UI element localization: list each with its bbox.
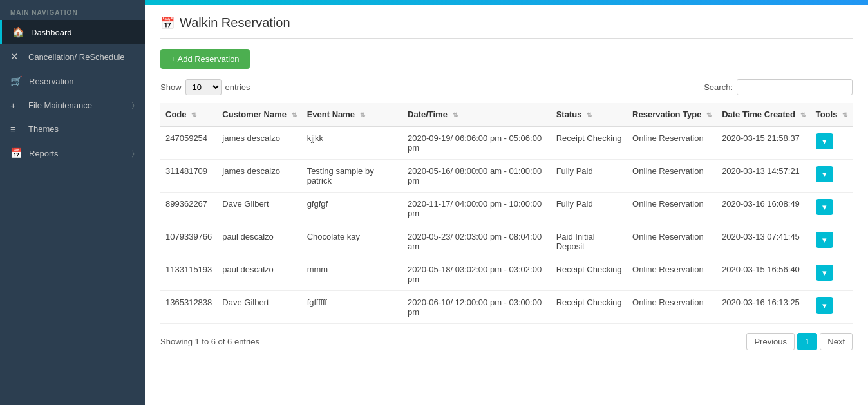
chevron-right-icon: 〉 — [132, 149, 135, 158]
cell-datetime-created: 2020-03-15 16:56:40 — [717, 258, 811, 291]
table-row: 1079339766 paul descalzo Chocolate kay 2… — [160, 225, 853, 258]
cell-event-name: mmm — [302, 258, 402, 291]
cell-reservation-type: Online Reservation — [627, 291, 717, 324]
col-status: Status ⇅ — [551, 103, 627, 126]
sidebar-item-reservation[interactable]: 🛒 Reservation — [0, 69, 145, 93]
cell-customer-name: james descalzo — [217, 126, 301, 160]
showing-text: Showing 1 to 6 of 6 entries — [160, 337, 259, 346]
previous-button[interactable]: Previous — [746, 333, 795, 350]
col-code: Code ⇅ — [160, 103, 217, 126]
cell-code: 1079339766 — [160, 225, 217, 258]
cell-tools: ▾ — [811, 126, 853, 160]
table-header-row: Code ⇅ Customer Name ⇅ Event Name ⇅ Date… — [160, 103, 853, 126]
table-row: 899362267 Dave Gilbert gfgfgf 2020-11-17… — [160, 193, 853, 225]
cell-customer-name: paul descalzo — [217, 258, 301, 291]
sidebar-item-dashboard[interactable]: 🏠 Dashboard — [0, 20, 145, 44]
sort-icon: ⇅ — [842, 111, 847, 118]
main-area: 📅 Walkin Reservation + Add Reservation S… — [145, 0, 868, 405]
show-entries-control: Show 10 25 50 100 entries — [160, 79, 250, 95]
cell-reservation-type: Online Reservation — [627, 258, 717, 291]
cell-status: Receipt Checking — [551, 258, 627, 291]
reservations-table: Code ⇅ Customer Name ⇅ Event Name ⇅ Date… — [160, 103, 853, 324]
cell-datetime: 2020-05-23/ 02:03:00 pm - 08:04:00 am — [402, 225, 551, 258]
cell-reservation-type: Online Reservation — [627, 193, 717, 225]
content-area: 📅 Walkin Reservation + Add Reservation S… — [145, 5, 868, 405]
entries-select[interactable]: 10 25 50 100 — [185, 79, 222, 95]
next-button[interactable]: Next — [820, 333, 853, 350]
tool-button[interactable]: ▾ — [816, 297, 833, 314]
calendar-icon: 📅 — [160, 16, 175, 30]
table-row: 1365312838 Dave Gilbert fgffffff 2020-06… — [160, 291, 853, 324]
tool-button[interactable]: ▾ — [816, 166, 833, 182]
pagination-controls: Previous 1 Next — [746, 333, 853, 350]
search-input[interactable] — [737, 79, 853, 95]
sidebar: MAIN NAVIGATION 🏠 Dashboard ✕ Cancellati… — [0, 0, 145, 405]
cell-event-name: fgffffff — [302, 291, 402, 324]
cell-tools: ▾ — [811, 225, 853, 258]
entries-label: entries — [225, 82, 250, 92]
sidebar-item-themes[interactable]: ≡ Themes — [0, 117, 145, 141]
sidebar-item-reports[interactable]: 📅 Reports 〉 — [0, 141, 145, 165]
cell-code: 1365312838 — [160, 291, 217, 324]
sidebar-item-file-maintenance[interactable]: + File Maintenance 〉 — [0, 93, 145, 117]
table-row: 1133115193 paul descalzo mmm 2020-05-18/… — [160, 258, 853, 291]
cell-datetime-created: 2020-03-16 16:13:25 — [717, 291, 811, 324]
topbar — [145, 0, 868, 5]
reports-icon: 📅 — [10, 147, 23, 159]
cell-tools: ▾ — [811, 291, 853, 324]
tool-button[interactable]: ▾ — [816, 232, 833, 248]
show-label: Show — [160, 82, 182, 92]
sidebar-header: MAIN NAVIGATION — [0, 0, 145, 20]
table-row: 311481709 james descalzo Testing sample … — [160, 160, 853, 193]
cell-tools: ▾ — [811, 160, 853, 193]
cell-reservation-type: Online Reservation — [627, 225, 717, 258]
sort-icon: ⇅ — [587, 111, 592, 118]
cell-status: Receipt Checking — [551, 126, 627, 160]
sort-icon: ⇅ — [453, 111, 458, 118]
col-event-name: Event Name ⇅ — [302, 103, 402, 126]
sort-icon: ⇅ — [706, 111, 712, 118]
sidebar-item-cancellation[interactable]: ✕ Cancellation/ ReSchedule — [0, 44, 145, 69]
tool-button[interactable]: ▾ — [816, 199, 833, 215]
cell-status: Fully Paid — [551, 193, 627, 225]
cell-datetime: 2020-09-19/ 06:06:00 pm - 05:06:00 pm — [402, 126, 551, 160]
col-datetime-created: Date Time Created ⇅ — [717, 103, 811, 126]
cell-code: 1133115193 — [160, 258, 217, 291]
add-reservation-button[interactable]: + Add Reservation — [160, 49, 250, 69]
cell-datetime: 2020-05-16/ 08:00:00 am - 01:00:00 pm — [402, 160, 551, 193]
cell-customer-name: paul descalzo — [217, 225, 301, 258]
cell-code: 899362267 — [160, 193, 217, 225]
col-datetime: Date/Time ⇅ — [402, 103, 551, 126]
cell-status: Paid Initial Deposit — [551, 225, 627, 258]
page-1-button[interactable]: 1 — [797, 333, 817, 350]
sort-icon: ⇅ — [360, 111, 365, 118]
cell-datetime: 2020-11-17/ 04:00:00 pm - 10:00:00 pm — [402, 193, 551, 225]
sort-icon: ⇅ — [800, 111, 806, 118]
page-title: 📅 Walkin Reservation — [160, 15, 853, 39]
sidebar-item-label: Dashboard — [31, 28, 72, 37]
sidebar-item-label: Reservation — [29, 77, 73, 86]
chevron-right-icon: 〉 — [132, 101, 135, 109]
cell-code: 247059254 — [160, 126, 217, 160]
sidebar-item-label: Cancellation/ ReSchedule — [28, 52, 125, 62]
cell-event-name: Testing sample by patrick — [302, 160, 402, 193]
sidebar-item-label: Themes — [28, 124, 59, 134]
cell-reservation-type: Online Reservation — [627, 126, 717, 160]
table-body: 247059254 james descalzo kjjkk 2020-09-1… — [160, 126, 853, 324]
cell-datetime-created: 2020-03-16 16:08:49 — [717, 193, 811, 225]
cell-datetime: 2020-06-10/ 12:00:00 pm - 03:00:00 pm — [402, 291, 551, 324]
tool-button[interactable]: ▾ — [816, 133, 833, 149]
table-row: 247059254 james descalzo kjjkk 2020-09-1… — [160, 126, 853, 160]
cell-datetime-created: 2020-03-13 14:57:21 — [717, 160, 811, 193]
cell-datetime: 2020-05-18/ 03:02:00 pm - 03:02:00 pm — [402, 258, 551, 291]
cell-datetime-created: 2020-03-13 07:41:45 — [717, 225, 811, 258]
plus-icon: + — [10, 100, 22, 111]
cell-event-name: gfgfgf — [302, 193, 402, 225]
sort-icon: ⇅ — [292, 111, 297, 118]
tool-button[interactable]: ▾ — [816, 265, 833, 281]
col-customer-name: Customer Name ⇅ — [217, 103, 301, 126]
cell-status: Fully Paid — [551, 160, 627, 193]
table-controls: Show 10 25 50 100 entries Search: — [160, 79, 853, 95]
cell-event-name: kjjkk — [302, 126, 402, 160]
cell-code: 311481709 — [160, 160, 217, 193]
